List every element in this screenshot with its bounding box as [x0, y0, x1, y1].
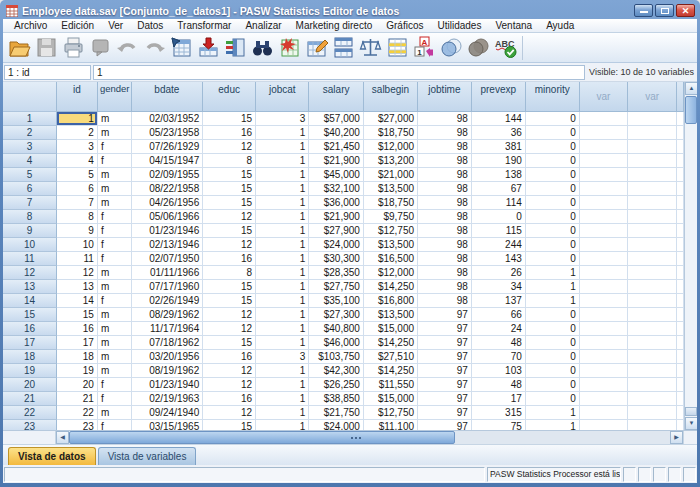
- cell-educ[interactable]: 16: [203, 252, 256, 266]
- cell-prevexp[interactable]: 66: [472, 308, 526, 322]
- cell-minority[interactable]: 0: [526, 168, 580, 182]
- grid-corner-cell[interactable]: [3, 82, 57, 112]
- select-cases-button[interactable]: [384, 34, 411, 61]
- cell-var2[interactable]: [628, 140, 677, 154]
- cell-salary[interactable]: $24,000: [309, 238, 363, 252]
- cell-var1[interactable]: [580, 280, 629, 294]
- cell-gender[interactable]: f: [98, 210, 132, 224]
- cell-jobtime[interactable]: 98: [418, 266, 472, 280]
- menu-item-ayuda[interactable]: Ayuda: [539, 19, 581, 32]
- insert-cases-button[interactable]: [276, 34, 303, 61]
- menu-item-edici-n[interactable]: Edición: [54, 19, 101, 32]
- cell-var2[interactable]: [628, 336, 677, 350]
- cell-jobcat[interactable]: 1: [256, 196, 309, 210]
- vertical-scrollbar[interactable]: ▲ ▼: [684, 82, 697, 430]
- cell-educ[interactable]: 12: [203, 238, 256, 252]
- cell-jobtime[interactable]: 97: [418, 420, 472, 430]
- minimize-button[interactable]: [634, 4, 653, 17]
- menu-item-archivo[interactable]: Archivo: [7, 19, 54, 32]
- row-header[interactable]: 9: [3, 224, 57, 238]
- cell-gender[interactable]: f: [98, 238, 132, 252]
- cell-salbegin[interactable]: $16,800: [364, 294, 418, 308]
- cell-id[interactable]: 18: [57, 350, 98, 364]
- cell-minority[interactable]: 0: [526, 210, 580, 224]
- cell-prevexp[interactable]: 17: [472, 392, 526, 406]
- cell-var1[interactable]: [580, 406, 629, 420]
- cell-jobtime[interactable]: 97: [418, 392, 472, 406]
- cell-jobtime[interactable]: 98: [418, 224, 472, 238]
- horizontal-scroll-track[interactable]: [69, 431, 670, 444]
- cell-bdate[interactable]: 01/11/1966: [132, 266, 204, 280]
- cell-var1[interactable]: [580, 210, 629, 224]
- cell-var2[interactable]: [628, 210, 677, 224]
- goto-variable-button[interactable]: [195, 34, 222, 61]
- cell-var2[interactable]: [628, 378, 677, 392]
- cell-var2[interactable]: [628, 420, 677, 430]
- cell-prevexp[interactable]: 48: [472, 336, 526, 350]
- cell-id[interactable]: 11: [57, 252, 98, 266]
- cell-minority[interactable]: 1: [526, 280, 580, 294]
- row-header[interactable]: 2: [3, 126, 57, 140]
- cell-jobtime[interactable]: 97: [418, 336, 472, 350]
- cell-prevexp[interactable]: 48: [472, 378, 526, 392]
- cell-var1[interactable]: [580, 112, 629, 126]
- cell-educ[interactable]: 12: [203, 140, 256, 154]
- cell-prevexp[interactable]: 115: [472, 224, 526, 238]
- cell-educ[interactable]: 16: [203, 392, 256, 406]
- cell-minority[interactable]: 1: [526, 266, 580, 280]
- horizontal-scrollbar[interactable]: ◀ ▶: [3, 430, 697, 444]
- cell-id[interactable]: 15: [57, 308, 98, 322]
- vertical-scroll-thumb[interactable]: [685, 96, 697, 124]
- cell-gender[interactable]: m: [98, 350, 132, 364]
- cell-jobcat[interactable]: 1: [256, 308, 309, 322]
- column-header-var1[interactable]: var: [580, 82, 629, 112]
- column-header-bdate[interactable]: bdate: [132, 82, 204, 112]
- cell-salbegin[interactable]: $16,500: [364, 252, 418, 266]
- cell-jobcat[interactable]: 1: [256, 210, 309, 224]
- cell-bdate[interactable]: 08/19/1962: [132, 364, 204, 378]
- cell-var1[interactable]: [580, 420, 629, 430]
- menu-item-utilidades[interactable]: Utilidades: [430, 19, 488, 32]
- cell-bdate[interactable]: 01/23/1946: [132, 224, 204, 238]
- cell-gender[interactable]: m: [98, 322, 132, 336]
- cell-var1[interactable]: [580, 196, 629, 210]
- cell-prevexp[interactable]: 190: [472, 154, 526, 168]
- cell-bdate[interactable]: 04/26/1956: [132, 196, 204, 210]
- row-header[interactable]: 22: [3, 406, 57, 420]
- cell-salary[interactable]: $46,000: [309, 336, 363, 350]
- column-header-jobcat[interactable]: jobcat: [256, 82, 309, 112]
- column-header-jobtime[interactable]: jobtime: [418, 82, 472, 112]
- cell-minority[interactable]: 1: [526, 406, 580, 420]
- cell-prevexp[interactable]: 75: [472, 420, 526, 430]
- cell-jobcat[interactable]: 1: [256, 252, 309, 266]
- cell-educ[interactable]: 8: [203, 154, 256, 168]
- cell-jobcat[interactable]: 1: [256, 238, 309, 252]
- row-header[interactable]: 5: [3, 168, 57, 182]
- cell-gender[interactable]: f: [98, 420, 132, 430]
- cell-var1[interactable]: [580, 252, 629, 266]
- cell-var2[interactable]: [628, 252, 677, 266]
- cell-bdate[interactable]: 03/20/1956: [132, 350, 204, 364]
- cell-minority[interactable]: 0: [526, 182, 580, 196]
- cell-jobcat[interactable]: 1: [256, 378, 309, 392]
- cell-id[interactable]: 23: [57, 420, 98, 430]
- value-labels-button[interactable]: A 1: [411, 34, 438, 61]
- column-header-salbegin[interactable]: salbegin: [364, 82, 418, 112]
- cell-minority[interactable]: 0: [526, 252, 580, 266]
- cell-educ[interactable]: 15: [203, 294, 256, 308]
- cell-salary[interactable]: $24,000: [309, 420, 363, 430]
- cell-educ[interactable]: 12: [203, 322, 256, 336]
- cell-jobtime[interactable]: 98: [418, 154, 472, 168]
- cell-gender[interactable]: f: [98, 294, 132, 308]
- cell-salary[interactable]: $27,300: [309, 308, 363, 322]
- cell-id[interactable]: 5: [57, 168, 98, 182]
- cell-bdate[interactable]: 07/17/1960: [132, 280, 204, 294]
- row-header[interactable]: 20: [3, 378, 57, 392]
- row-header[interactable]: 8: [3, 210, 57, 224]
- cell-var2[interactable]: [628, 238, 677, 252]
- cell-salbegin[interactable]: $13,200: [364, 154, 418, 168]
- close-button[interactable]: ✕: [676, 4, 695, 17]
- cell-id[interactable]: 7: [57, 196, 98, 210]
- cell-bdate[interactable]: 07/26/1929: [132, 140, 204, 154]
- column-header-gender[interactable]: gender: [98, 82, 132, 112]
